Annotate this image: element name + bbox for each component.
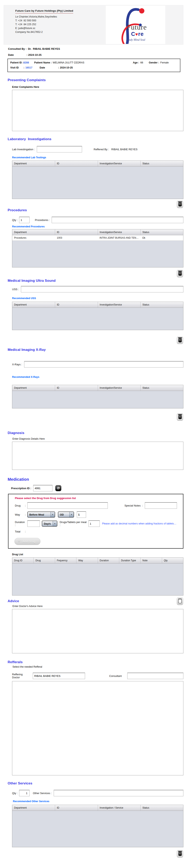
procedures-label: Procedures : — [35, 218, 50, 221]
drug-list-table-body[interactable] — [12, 563, 183, 595]
lab-table-body[interactable] — [12, 166, 183, 199]
chevron-down-icon: ▼ — [69, 512, 74, 517]
cell-department: Procedures — [12, 235, 55, 241]
consulted-by-value: Dr. RIBAIL BABIE REYES — [28, 47, 60, 50]
way-qty-input[interactable] — [77, 512, 86, 518]
letterhead-text: Future Care by Future Holdings (Pty) Lim… — [15, 9, 73, 34]
uss-label: USS : — [12, 288, 19, 291]
other-services-delete-button[interactable]: ↻ — [177, 850, 183, 857]
recommended-lab-testings-link[interactable]: Recommended Lab Testings — [12, 156, 187, 159]
column-header: Investigation/Service — [98, 385, 141, 391]
drug-list-delete-button[interactable] — [177, 597, 183, 605]
column-header: Qty — [162, 558, 183, 563]
referrals-subtitle: Select the needed Refferal — [12, 665, 187, 668]
recommended-procedures-link[interactable]: Recommended Procedures — [12, 225, 187, 228]
drug-input[interactable] — [27, 502, 108, 509]
uss-input[interactable] — [21, 286, 183, 292]
procedures-table-row[interactable]: Procedures 1003 INTRA-JOINT BURSAS AND T… — [12, 235, 183, 241]
uss-delete-button[interactable]: ↻ — [177, 337, 183, 344]
referring-doctor-label: Reffering Doctor — [12, 673, 30, 679]
logo-care-re: re — [138, 31, 144, 37]
medication-entry-box: Please select the Drug from Drug suggess… — [8, 494, 183, 549]
special-notes-input[interactable] — [145, 502, 177, 509]
logo-care-c: C — [131, 31, 135, 37]
column-header: Department — [12, 229, 55, 235]
procedures-qty-label: Qty : — [12, 218, 17, 221]
letterhead: Future Care by Future Holdings (Pty) Lim… — [4, 5, 183, 45]
patient-name-label: Patient Name : — [34, 61, 52, 64]
way-label: Way — [15, 513, 25, 516]
email-line: E: jude@future.sc — [15, 26, 73, 30]
referred-by-value: RIBAIL BABIE REYES — [111, 148, 137, 151]
patient-name-value: WELMINA JULITT CEDRAS — [53, 61, 84, 64]
xray-table-body[interactable] — [12, 391, 183, 408]
duration-unit-value: Day/s — [42, 521, 53, 526]
refresh-prescription-button[interactable]: ⟳ — [55, 485, 61, 491]
column-header: Status — [141, 161, 183, 166]
advice-textarea[interactable] — [12, 609, 183, 653]
referrals-listbox[interactable] — [12, 681, 183, 775]
other-qty-label: Qty : — [12, 792, 17, 795]
phone-line-2: T: +24 84 225 252 — [15, 23, 73, 26]
xray-table-header: Department ID Investigation/Service Stat… — [12, 385, 183, 391]
add-drug-button[interactable]: + Add Drug — [14, 538, 40, 545]
consulted-by-label: Consulted By : — [8, 47, 27, 50]
logo-word-care: C♥re — [131, 31, 144, 37]
column-header: Fequency — [55, 558, 76, 563]
consultant-label: Consultant — [109, 675, 122, 678]
procedures-table-header: Department ID Investigation/Service Stat… — [12, 229, 183, 235]
lab-delete-button[interactable]: ↻ — [177, 200, 183, 208]
section-ultrasound: Medical Imaging Ultra Sound USS : Recomm… — [0, 279, 187, 344]
trash-icon: ↻ — [178, 202, 182, 207]
procedures-table-body[interactable] — [12, 241, 183, 267]
age-label: Age : — [133, 61, 139, 64]
visit-date-value: 2024-10-25 — [60, 66, 73, 69]
frequency-select[interactable]: OD ▼ — [58, 512, 74, 518]
section-other-services: Other Services Qty : Other Services : Re… — [0, 781, 187, 857]
meal-select[interactable]: Before Meal ▼ — [27, 512, 55, 518]
uss-table: Department ID Investigation/Service Stat… — [12, 302, 183, 330]
visit-date-label: Date — [40, 66, 58, 69]
date-value: 2024-10-25 — [28, 53, 42, 56]
xray-delete-button[interactable]: ↻ — [177, 413, 183, 421]
recommended-uss-link[interactable]: Recommended USS — [12, 297, 187, 300]
recommended-other-services-link[interactable]: Recommended Other Services — [13, 800, 187, 803]
column-header: Department — [12, 805, 55, 811]
per-meal-input[interactable] — [88, 520, 100, 527]
future-care-logo: Future C♥re Body Mind Soul — [106, 6, 165, 44]
consultant-input[interactable] — [127, 673, 183, 679]
trash-icon: ↻ — [178, 271, 182, 276]
referring-doctor-input[interactable] — [33, 673, 85, 679]
complaints-textarea[interactable] — [12, 90, 183, 131]
drug-list-table: Drug ID Drug Fequency Way Duration Durat… — [12, 557, 183, 595]
column-header: ID — [55, 161, 98, 166]
decimal-hint-text: Please add as decimal numbers when addin… — [102, 522, 177, 525]
duration-input[interactable] — [27, 520, 40, 527]
visit-id-value: 16517 — [25, 66, 32, 69]
company-title: Future Care by Future Holdings (Pty) Lim… — [15, 9, 73, 13]
other-services-label: Other Services : — [33, 792, 51, 795]
column-header: Department — [12, 385, 55, 391]
other-services-input[interactable] — [54, 790, 183, 796]
lab-investigation-input[interactable] — [37, 146, 82, 152]
procedures-qty-input[interactable] — [19, 217, 30, 223]
trash-icon: ↻ — [178, 338, 182, 342]
uss-table-body[interactable] — [12, 308, 183, 330]
other-qty-input[interactable] — [19, 790, 30, 796]
advice-label: Enter Doctor's Advice Here — [12, 605, 187, 608]
procedures-delete-button[interactable]: ↻ — [177, 270, 183, 277]
prescription-id-input[interactable] — [33, 485, 52, 491]
chevron-down-icon: ▼ — [50, 512, 55, 517]
recommended-xrays-link[interactable]: Recommended X-Rays — [12, 376, 187, 378]
duration-unit-select[interactable]: Day/s ▼ — [42, 521, 57, 527]
diagnosis-textarea[interactable] — [12, 442, 183, 470]
drug-warning-text: Please select the Drug from Drug suggess… — [15, 497, 183, 500]
way-colon: : — [25, 513, 26, 516]
phone-line-1: T: +24 82 593 593 — [15, 19, 73, 23]
column-header: Note — [141, 558, 162, 563]
column-header: Way — [76, 558, 98, 563]
xray-input[interactable] — [24, 361, 183, 368]
presenting-complaints-title: Presenting Complaints — [8, 78, 187, 82]
other-services-table-body[interactable] — [12, 811, 183, 847]
procedures-input[interactable] — [52, 217, 183, 223]
